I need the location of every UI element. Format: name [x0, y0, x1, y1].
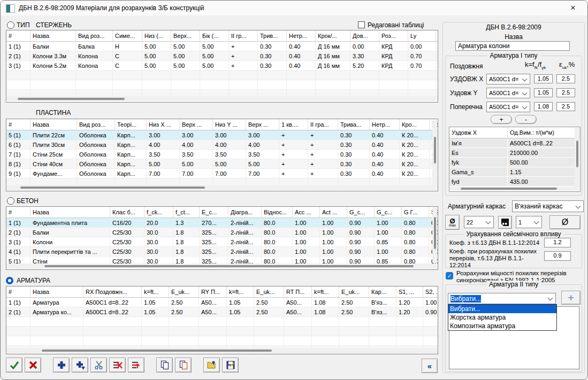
horizontal-scrollbar[interactable] [450, 187, 579, 191]
table-row[interactable]: 9 (1)Фундаме...ОболонкаКарп...7.007.007.… [6, 169, 438, 179]
renumber-rows-button[interactable] [128, 358, 144, 373]
chevron-down-icon [522, 90, 528, 95]
rebar1-k-input[interactable]: 1.05 [534, 88, 553, 97]
rebar2-combo[interactable]: Вибрати... [448, 293, 556, 304]
horizontal-scrollbar[interactable] [7, 185, 437, 190]
dropdown-option[interactable]: Жорстка арматура [448, 313, 556, 322]
table-row[interactable]: Gama_s1.15 [449, 167, 580, 177]
table-row[interactable]: fyd435.00 [449, 177, 580, 187]
column-header: # [6, 30, 30, 42]
rebar2-add-button[interactable]: + [561, 291, 581, 305]
armatura-table: #НазваRX Поздовжн...k=ft...E_uk...RY П..… [6, 286, 438, 354]
tip-label: ТИП [17, 21, 30, 29]
name-input[interactable] [455, 41, 570, 51]
horizontal-scrollbar[interactable] [7, 96, 437, 102]
editable-tables-checkbox[interactable] [358, 21, 365, 28]
radio-beton[interactable] [7, 197, 14, 205]
table-row[interactable]: 1 (1)Фундаментна плитаC16/2020.01.3270..… [6, 218, 438, 228]
import-table-button[interactable] [203, 358, 220, 373]
longitudinal-label: Поздовжня [450, 63, 483, 70]
dropdown-option[interactable]: Композитна арматура [448, 322, 556, 330]
title-bar[interactable]: ДБН В.2.6-98:2009 Матеріали для розрахун… [1, 1, 587, 15]
table-row[interactable]: 2 (1)Арматура ко...A500C1 d=8..221.052.5… [6, 307, 438, 317]
rebar1-eps-input[interactable]: 2.5 [556, 88, 575, 97]
table-row[interactable]: 8 (1)Стіни 40смОболонкаКарп...5.005.005.… [6, 159, 438, 169]
copy-icon [159, 360, 170, 370]
paste-button[interactable] [175, 358, 192, 373]
dia-max-button[interactable]: Ø max [445, 215, 460, 230]
table-row[interactable]: Es210000.00 [449, 148, 580, 158]
table-row[interactable]: 7 (1)Стіни 25смОболонкаКарп...3.503.503.… [6, 150, 438, 159]
cancel-button[interactable] [25, 358, 41, 373]
armatura-label: АРМАТУРА [17, 277, 50, 284]
empty-row [6, 80, 438, 90]
column-header: G Г... [402, 207, 429, 218]
rebar1-remove-button[interactable]: - [515, 115, 537, 124]
add-row-special-button[interactable] [72, 358, 88, 373]
rebar1-k-input[interactable]: 1.08 [534, 102, 553, 111]
add-row-button[interactable] [53, 358, 70, 373]
column-header: Верх ... [180, 119, 213, 130]
renumber-rows-icon [131, 360, 142, 370]
pattern-button[interactable] [498, 216, 512, 229]
close-icon[interactable]: × [566, 2, 580, 14]
rebar1-add-button[interactable]: + [491, 115, 512, 124]
table-row[interactable]: 3 (1)Колони 5.2мКолонаС5.005.005.00+0.30… [6, 61, 438, 71]
app-icon [6, 4, 15, 13]
radio-armatura[interactable] [6, 277, 13, 284]
vertical-scrollbar[interactable] [432, 207, 437, 263]
rebar1-row-select[interactable]: A500C1 d= [486, 88, 530, 98]
cage-select[interactable]: В'язаний каркас [512, 200, 584, 212]
seismic-coef1-input[interactable]: 1.2 [544, 238, 571, 247]
rebar1-row-select[interactable]: A500C1 d= [486, 74, 530, 84]
dropdown-option[interactable]: Вибрати... [448, 305, 556, 313]
table-row[interactable]: 2 (1)Колони 3.3мКолонаС5.005.005.00+0.30… [6, 51, 438, 61]
column-header: Назва [30, 286, 83, 298]
sterzhen-table: #НазваВид роз...Симе...Низ (...Верх...Бі… [6, 30, 438, 103]
plus-icon [56, 360, 67, 370]
editable-tables-label: Редаговані таблиці [368, 21, 424, 29]
save-table-button[interactable] [222, 358, 239, 373]
table-row[interactable]: 1 (1)БалкиБалкаН5.005.005.00+0.300.40Д 1… [6, 42, 438, 51]
count-select[interactable]: 1 [516, 216, 542, 228]
chevron-down-icon [522, 104, 528, 109]
delete-rows-button[interactable] [109, 358, 126, 373]
table-row[interactable]: 1 (1)АрматураA500C1 d=8..221.052.50A50..… [6, 298, 438, 307]
sync-en1992-checkbox[interactable]: ✓ [446, 272, 453, 280]
rebar1-eps-input[interactable]: 2.5 [556, 74, 575, 83]
seismic-coef2-input[interactable]: 0.9 [544, 251, 571, 261]
dia-value-select[interactable]: 22 [464, 216, 494, 228]
rebar1-row-label: УЗДОВЖ X [450, 75, 483, 83]
table-row[interactable]: 2 (1)БалкиC25/3030.01.8325...2-ліній...8… [6, 228, 438, 237]
plastina-section-label: ПЛАСТИНА [36, 109, 71, 117]
column-header: 1 кв.... [279, 119, 308, 130]
rebar1-k-input[interactable]: 1.05 [534, 74, 553, 83]
rebar1-eps-input[interactable]: 2.5 [556, 102, 575, 111]
cut-button[interactable] [90, 358, 107, 373]
column-header: E_c... [200, 207, 228, 218]
big-dia-button[interactable]: Ø [549, 215, 581, 229]
name-label: Назва [442, 33, 585, 41]
column-header: Крок/... [316, 30, 350, 42]
vertical-scrollbar[interactable] [432, 120, 437, 184]
table-row[interactable]: 4 (1)Плити перекриттів та ...C25/3030.01… [6, 247, 438, 257]
horizontal-scrollbar[interactable] [7, 263, 437, 269]
horizontal-scrollbar[interactable] [7, 348, 437, 353]
column-header: Клас б... [110, 207, 144, 218]
copy-button[interactable] [156, 358, 173, 373]
empty-row [6, 317, 438, 327]
table-row[interactable]: Ім'яA500C1 d=8..22 [449, 138, 580, 148]
apply-button[interactable] [6, 358, 22, 373]
sterzhen-section-label: СТЕРЖЕНЬ [36, 21, 72, 29]
collapse-panel-button[interactable]: « [422, 359, 438, 373]
bottom-toolbar [6, 358, 241, 373]
radio-tip[interactable] [7, 21, 14, 29]
table-row[interactable]: 5 (1)Плити 22смОболонкаКарп...3.003.003.… [6, 130, 438, 140]
rebar-props-table: Уздовж XОд.Вим.: т/(м*м)Ім'яA500C1 d=8..… [449, 127, 581, 192]
chevron-down-icon [548, 296, 553, 301]
table-row[interactable]: 6 (1)Плити 30смОболонкаКарп...4.004.004.… [6, 140, 438, 150]
table-row[interactable]: 3 (1)КолониC25/3030.01.8325...2-ліній...… [6, 237, 438, 247]
vertical-scrollbar[interactable] [575, 128, 579, 187]
rebar1-row-select[interactable]: A500C1 d= [486, 102, 530, 112]
table-row[interactable]: fyk500.00 [449, 158, 580, 167]
